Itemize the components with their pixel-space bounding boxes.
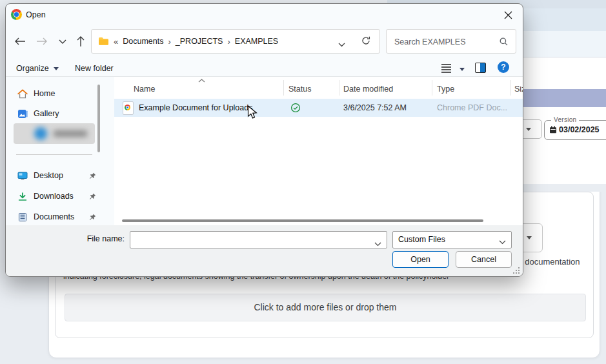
sidebar-item-account-redacted[interactable]	[14, 123, 95, 144]
calendar-icon	[549, 126, 557, 134]
version-date-value: 03/02/2025	[559, 125, 600, 134]
sidebar-item-label: Desktop	[34, 171, 63, 180]
file-name-input[interactable]	[134, 232, 369, 249]
open-button[interactable]: Open	[392, 251, 449, 268]
file-name-label: File name:	[60, 234, 125, 243]
breadcrumb-item-examples[interactable]: EXAMPLES	[235, 37, 278, 46]
sidebar-item-label: Documents	[34, 212, 74, 221]
pin-icon	[89, 214, 96, 221]
version-date-field[interactable]: Version 03/02/2025	[544, 120, 606, 140]
up-button[interactable]	[73, 34, 88, 49]
file-type: Chrome PDF Doc...	[437, 103, 507, 112]
open-file-dialog: Open « Documents › _PROJECTS › EXAMPLES	[5, 3, 523, 277]
sidebar-item-label: Gallery	[34, 109, 59, 118]
column-header-type[interactable]: Type	[437, 85, 454, 94]
sync-status-icon	[290, 103, 301, 113]
breadcrumb-collapse[interactable]: «	[114, 37, 118, 46]
column-divider	[510, 80, 511, 96]
resize-grip-icon[interactable]	[513, 267, 520, 274]
sidebar-item-gallery[interactable]: Gallery	[17, 106, 96, 121]
refresh-button[interactable]	[361, 36, 370, 48]
breadcrumb-separator: ›	[168, 37, 170, 46]
sidebar-item-label: Downloads	[34, 192, 74, 201]
refresh-icon	[361, 36, 370, 45]
dialog-title: Open	[26, 10, 46, 19]
sidebar-item-desktop[interactable]: Desktop	[17, 168, 96, 183]
view-mode-caret[interactable]	[460, 68, 465, 71]
pin-icon	[89, 172, 96, 179]
file-name: Example Document for Uploads	[139, 103, 252, 112]
sidebar-item-home[interactable]: Home	[17, 86, 96, 101]
avatar	[34, 127, 47, 140]
back-icon	[14, 37, 26, 46]
home-icon	[17, 89, 28, 99]
forward-icon	[36, 37, 48, 46]
breadcrumb-item-projects[interactable]: _PROJECTS	[176, 37, 223, 46]
file-list-panel: Name Status Date modified Type Size Exam…	[114, 77, 523, 225]
search-input[interactable]	[393, 30, 499, 54]
documents-icon	[17, 212, 28, 222]
column-header-date-modified[interactable]: Date modified	[343, 85, 393, 94]
folder-icon	[98, 37, 109, 46]
organize-label: Organize	[16, 64, 49, 73]
sidebar-divider	[16, 154, 92, 155]
dialog-titlebar[interactable]: Open	[6, 4, 523, 26]
column-header-name[interactable]: Name	[134, 85, 155, 94]
chevron-down-icon	[526, 128, 531, 131]
downloads-icon	[17, 192, 28, 201]
add-more-files-dropzone[interactable]: Click to add more files or drop them	[65, 294, 586, 321]
file-name-combobox[interactable]	[130, 231, 387, 248]
chevron-down-icon	[338, 43, 345, 47]
back-button[interactable]	[12, 34, 28, 49]
chrome-pdf-file-icon	[123, 101, 134, 115]
column-divider	[283, 80, 284, 96]
sidebar-item-documents[interactable]: Documents	[17, 209, 96, 225]
column-divider	[339, 80, 339, 96]
search-icon	[500, 37, 508, 48]
close-button[interactable]	[497, 6, 519, 23]
preview-pane-icon[interactable]	[475, 63, 486, 73]
up-icon	[76, 35, 85, 47]
dropdown-caret-icon	[54, 67, 59, 70]
version-field-label: Version	[551, 116, 579, 123]
sort-ascending-icon	[198, 79, 205, 83]
pin-icon	[89, 193, 96, 200]
file-row-selected[interactable]: Example Document for Uploads 3/6/2025 7:…	[114, 99, 523, 117]
redacted-text	[54, 130, 87, 137]
page-text-fragment: t documentation	[520, 257, 580, 267]
desktop-icon	[17, 171, 28, 181]
close-icon	[504, 11, 512, 19]
chevron-down-icon	[499, 238, 506, 247]
file-type-value: Custom Files	[398, 235, 445, 244]
cancel-button[interactable]: Cancel	[456, 251, 512, 268]
sidebar-scrollbar[interactable]	[97, 85, 100, 152]
chevron-down-icon	[59, 39, 66, 44]
help-icon[interactable]	[498, 61, 509, 73]
address-dropdown-button[interactable]	[338, 38, 345, 50]
view-mode-button[interactable]	[441, 63, 452, 76]
search-box[interactable]	[386, 29, 516, 54]
sidebar-item-downloads[interactable]: Downloads	[17, 188, 96, 204]
chevron-down-icon	[527, 236, 532, 239]
breadcrumb-separator: ›	[227, 37, 230, 46]
file-date-modified: 3/6/2025 7:52 AM	[343, 103, 407, 112]
new-folder-label: New folder	[75, 64, 114, 73]
chevron-down-icon[interactable]	[374, 238, 381, 249]
chrome-logo-icon	[11, 9, 22, 20]
column-header-size[interactable]: Size	[514, 85, 523, 94]
sidebar-item-label: Home	[34, 89, 55, 98]
forward-button[interactable]	[34, 34, 50, 49]
recent-locations-button[interactable]	[55, 34, 70, 49]
organize-button[interactable]: Organize	[16, 61, 59, 76]
file-type-select[interactable]: Custom Files	[392, 231, 512, 248]
new-folder-button[interactable]: New folder	[75, 61, 114, 76]
column-divider	[432, 80, 432, 96]
gallery-icon	[17, 109, 28, 119]
breadcrumb-item-documents[interactable]: Documents	[123, 37, 163, 46]
cursor-icon	[247, 105, 259, 120]
column-header-status[interactable]: Status	[288, 85, 311, 94]
address-bar[interactable]: « Documents › _PROJECTS › EXAMPLES	[91, 29, 380, 54]
horizontal-scrollbar[interactable]	[122, 219, 483, 222]
view-list-icon	[441, 63, 452, 73]
